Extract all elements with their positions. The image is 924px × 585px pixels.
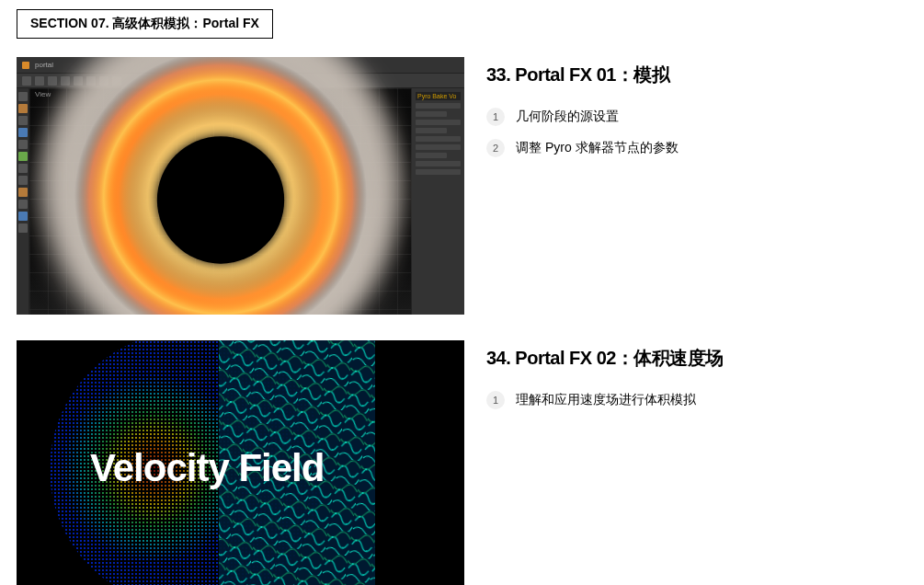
- portal-fire-ring: [29, 57, 411, 315]
- tool-sidebar: [17, 88, 29, 315]
- point-text: 理解和应用速度场进行体积模拟: [516, 392, 696, 408]
- sidebar-icon: [18, 92, 28, 101]
- sidebar-icon: [18, 176, 28, 185]
- parameter-panel: Pyro Bake Vo: [411, 88, 464, 315]
- lesson-title: 34. Portal FX 02：体积速度场: [486, 346, 907, 371]
- param-row: [416, 128, 447, 133]
- lesson-info: 34. Portal FX 02：体积速度场 1 理解和应用速度场进行体积模拟: [486, 340, 907, 422]
- section-header: SECTION 07. 高级体积模拟：Portal FX: [17, 9, 273, 39]
- houdini-screenshot: portal: [17, 57, 464, 315]
- sidebar-icon: [18, 164, 28, 173]
- velocity-field-graphic: Velocity Field: [17, 340, 464, 585]
- sidebar-icon: [18, 140, 28, 149]
- parameter-panel-title: Pyro Bake Vo: [416, 92, 461, 100]
- number-badge: 1: [486, 108, 505, 126]
- number-badge: 1: [486, 391, 505, 409]
- param-row: [416, 136, 461, 142]
- param-row: [416, 153, 447, 158]
- lesson-thumbnail-34: Velocity Field: [17, 340, 464, 585]
- param-row: [416, 120, 461, 125]
- point-text: 几何阶段的源设置: [516, 109, 619, 125]
- lesson-points: 1 几何阶段的源设置 2 调整 Pyro 求解器节点的参数: [486, 108, 907, 157]
- param-row: [416, 161, 461, 166]
- lesson-row: portal: [17, 57, 907, 315]
- param-row: [416, 111, 447, 117]
- param-row: [416, 103, 461, 109]
- sidebar-icon: [18, 116, 28, 125]
- point-text: 调整 Pyro 求解器节点的参数: [516, 140, 679, 156]
- lesson-info: 33. Portal FX 01：模拟 1 几何阶段的源设置 2 调整 Pyro…: [486, 57, 907, 170]
- number-badge: 2: [486, 139, 505, 157]
- app-body: View: [17, 88, 464, 315]
- sidebar-icon: [18, 188, 28, 197]
- lesson-points: 1 理解和应用速度场进行体积模拟: [486, 391, 907, 409]
- sidebar-icon: [18, 212, 28, 221]
- list-item: 1 几何阶段的源设置: [486, 108, 907, 126]
- sidebar-icon: [18, 152, 28, 161]
- list-item: 2 调整 Pyro 求解器节点的参数: [486, 139, 907, 157]
- sidebar-icon: [18, 224, 28, 233]
- viewport: View: [29, 88, 411, 315]
- svg-point-2: [156, 136, 283, 263]
- lesson-row: Velocity Field 34. Portal FX 02：体积速度场 1 …: [17, 340, 907, 585]
- section-header-text: SECTION 07. 高级体积模拟：Portal FX: [30, 16, 259, 30]
- window-icon: [22, 62, 29, 69]
- thumbnail-caption: Velocity Field: [90, 446, 324, 490]
- sidebar-icon: [18, 200, 28, 209]
- list-item: 1 理解和应用速度场进行体积模拟: [486, 391, 907, 409]
- lesson-thumbnail-33: portal: [17, 57, 464, 315]
- param-row: [416, 169, 461, 175]
- sidebar-icon: [18, 104, 28, 113]
- lesson-title: 33. Portal FX 01：模拟: [486, 63, 907, 87]
- param-row: [416, 144, 461, 150]
- sidebar-icon: [18, 128, 28, 137]
